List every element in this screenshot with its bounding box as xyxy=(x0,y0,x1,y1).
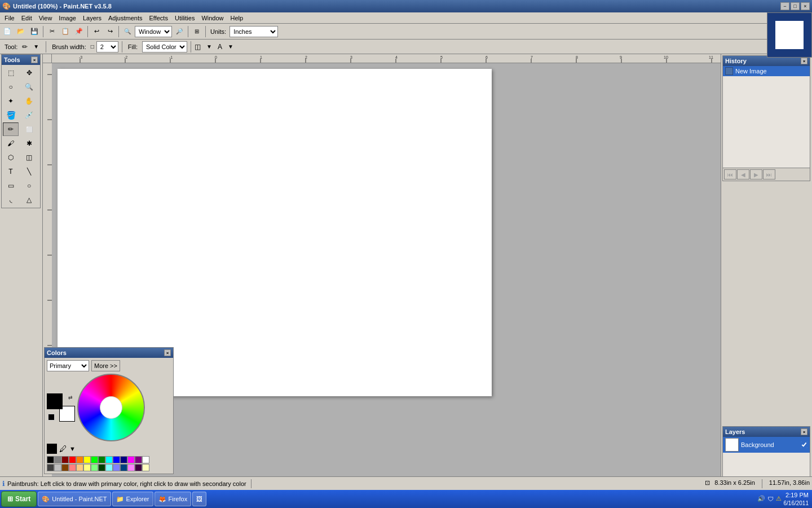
palette-cell[interactable] xyxy=(120,456,127,463)
tool-line[interactable]: ╲ xyxy=(21,165,37,178)
color-mode-select[interactable]: Primary Secondary xyxy=(47,360,89,371)
brush-width-select[interactable]: 2 4 8 16 xyxy=(96,41,118,52)
zoom-out-tb[interactable]: 🔎 xyxy=(173,25,186,38)
tool-freeform[interactable]: ◟ xyxy=(3,193,19,207)
menu-adjustments[interactable]: Adjustments xyxy=(105,12,146,23)
tool-gradient[interactable]: ◫ xyxy=(21,151,37,164)
tool-text[interactable]: T xyxy=(3,165,19,178)
palette-cell[interactable] xyxy=(113,464,120,471)
close-button[interactable]: × xyxy=(801,2,810,10)
grid-button[interactable]: ⊞ xyxy=(191,25,203,38)
reset-colors-button[interactable] xyxy=(48,414,55,421)
palette-cell[interactable] xyxy=(83,464,91,471)
open-button[interactable]: 📂 xyxy=(15,25,27,38)
tool-recolor[interactable]: ⬡ xyxy=(3,151,19,164)
tools-close-button[interactable]: × xyxy=(31,56,38,63)
minimize-button[interactable]: − xyxy=(780,2,789,10)
palette-cell[interactable] xyxy=(47,456,54,463)
new-button[interactable]: 📄 xyxy=(1,25,14,38)
palette-cell[interactable] xyxy=(105,464,113,471)
copy-button[interactable]: 📋 xyxy=(59,25,72,38)
palette-cell[interactable] xyxy=(127,456,135,463)
tool-paintbrush[interactable]: 🖌 xyxy=(3,137,19,150)
palette-cell[interactable] xyxy=(69,464,76,471)
taskbar-item-paintnet[interactable]: 🎨 Untitled - Paint.NET xyxy=(38,492,111,506)
save-button[interactable]: 💾 xyxy=(28,25,41,38)
redo-button[interactable]: ↪ xyxy=(104,25,116,38)
menu-help[interactable]: Help xyxy=(227,12,247,23)
paste-button[interactable]: 📌 xyxy=(73,25,85,38)
tool-clone-stamp[interactable]: ✱ xyxy=(21,137,37,150)
tool-ellipse[interactable]: ○ xyxy=(21,179,37,192)
primary-color-swatch[interactable] xyxy=(47,393,63,409)
palette-cell[interactable] xyxy=(91,456,98,463)
history-last-button[interactable]: ⏭ xyxy=(763,169,775,179)
palette-cell[interactable] xyxy=(69,456,76,463)
menu-file[interactable]: File xyxy=(1,12,18,23)
palette-cell[interactable] xyxy=(105,456,113,463)
tool-options-btn[interactable]: ▼ xyxy=(30,41,42,53)
layer-visibility-checkbox[interactable] xyxy=(801,441,807,448)
start-button[interactable]: ⊞ Start xyxy=(1,491,37,507)
zoom-in-tb[interactable]: 🔍 xyxy=(121,25,134,38)
palette-cell[interactable] xyxy=(76,456,83,463)
menu-edit[interactable]: Edit xyxy=(18,12,36,23)
tool-lasso[interactable]: ○ xyxy=(3,80,19,94)
layer-item[interactable]: Background xyxy=(723,437,810,453)
tool-rectangle[interactable]: ▭ xyxy=(3,179,19,192)
menu-layers[interactable]: Layers xyxy=(80,12,105,23)
taskbar-clock[interactable]: 2:19 PM 6/16/2011 xyxy=(784,491,809,506)
palette-cell[interactable] xyxy=(120,464,127,471)
tool-eraser[interactable]: ⬜ xyxy=(21,122,37,136)
palette-cell[interactable] xyxy=(61,456,69,463)
alpha-btn[interactable]: ▼ xyxy=(224,41,237,53)
history-item[interactable]: New Image xyxy=(723,66,810,76)
tool-color-picker[interactable]: 💉 xyxy=(21,108,37,122)
zoom-select[interactable]: Window 50% 100% 200% xyxy=(135,26,172,37)
palette-cell[interactable] xyxy=(127,464,135,471)
color-wheel[interactable] xyxy=(77,374,145,441)
layers-close-button[interactable]: × xyxy=(801,428,807,435)
tool-magic-wand[interactable]: ✦ xyxy=(3,94,19,108)
tool-paint-bucket[interactable]: 🪣 xyxy=(3,108,19,122)
color-picker-icon[interactable]: 🖊 xyxy=(59,444,67,453)
swap-colors-button[interactable]: ⇄ xyxy=(68,395,74,400)
color-dropper-icon[interactable]: ▼ xyxy=(69,445,76,452)
history-close-button[interactable]: × xyxy=(801,58,807,64)
fill-select[interactable]: Solid Color No Fill Gradient xyxy=(142,41,187,52)
menu-view[interactable]: View xyxy=(36,12,56,23)
history-prev-button[interactable]: ◀ xyxy=(737,169,749,179)
menu-window[interactable]: Window xyxy=(198,12,227,23)
palette-cell[interactable] xyxy=(54,456,61,463)
palette-cell[interactable] xyxy=(91,464,98,471)
tool-pencil[interactable]: ✏ xyxy=(3,122,19,136)
tool-triangle[interactable]: △ xyxy=(21,193,37,207)
palette-cell[interactable] xyxy=(135,456,142,463)
palette-cell[interactable] xyxy=(83,456,91,463)
history-first-button[interactable]: ⏮ xyxy=(724,169,736,179)
colors-more-button[interactable]: More >> xyxy=(91,360,120,371)
palette-cell[interactable] xyxy=(98,456,105,463)
menu-utilities[interactable]: Utilities xyxy=(171,12,198,23)
tool-move[interactable]: ✥ xyxy=(21,66,37,80)
tool-rectangle-select[interactable]: ⬚ xyxy=(3,66,19,80)
taskbar-item-explorer[interactable]: 📁 Explorer xyxy=(112,492,153,506)
taskbar-item-paintnet2[interactable]: 🖼 xyxy=(192,492,206,506)
units-select[interactable]: Inches Pixels Centimeters xyxy=(230,26,278,37)
taskbar-item-firefox[interactable]: 🦊 Firefox xyxy=(155,492,192,506)
foreground-color-box[interactable] xyxy=(47,444,57,454)
maximize-button[interactable]: □ xyxy=(791,2,800,10)
cut-button[interactable]: ✂ xyxy=(46,25,58,38)
palette-cell[interactable] xyxy=(47,464,54,471)
tool-pan[interactable]: ✋ xyxy=(21,94,37,108)
tool-zoom[interactable]: 🔍 xyxy=(21,80,37,94)
menu-image[interactable]: Image xyxy=(55,12,80,23)
menu-effects[interactable]: Effects xyxy=(146,12,171,23)
palette-cell[interactable] xyxy=(135,464,142,471)
palette-cell[interactable] xyxy=(76,464,83,471)
palette-cell[interactable] xyxy=(54,464,61,471)
blend-mode-btn[interactable]: ▼ xyxy=(203,41,215,53)
color-wheel-container[interactable] xyxy=(77,374,145,441)
undo-button[interactable]: ↩ xyxy=(90,25,103,38)
history-next-button[interactable]: ▶ xyxy=(750,169,762,179)
